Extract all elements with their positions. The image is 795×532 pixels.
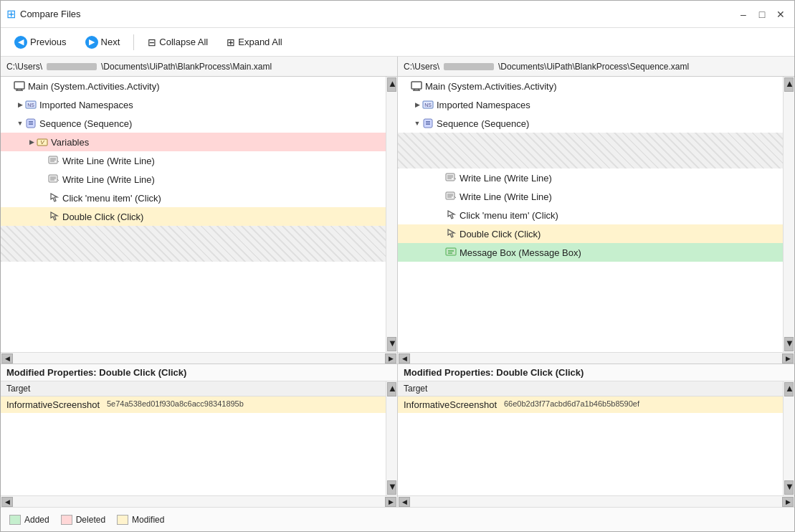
left-tree-area[interactable]: Main (System.Activities.Activity)▶NSImpo… [1, 77, 386, 352]
svg-rect-6 [27, 119, 35, 128]
tree-item-r8[interactable]: Double Click (Click) [398, 224, 783, 243]
tree-item-r4[interactable] [398, 133, 783, 168]
expand-arrow-l5 [38, 156, 48, 166]
bottom-left-hscrollbar[interactable]: ◀ ▶ [1, 495, 397, 507]
left-file-suffix: \Documents\UiPath\BlankProcess\Main.xaml [101, 62, 272, 72]
expand-arrow-r3[interactable]: ▼ [412, 118, 422, 128]
item-label-l2: Imported Namespaces [39, 100, 133, 110]
expand-arrow-l4[interactable]: ▶ [27, 137, 37, 147]
next-icon: ▶ [85, 36, 98, 49]
tree-item-l1[interactable]: Main (System.Activities.Activity) [1, 77, 386, 95]
right-vscroll-down[interactable]: ▼ [784, 337, 794, 351]
item-icon-l8 [48, 211, 59, 222]
item-label-r3: Sequence (Sequence) [437, 118, 529, 129]
bottom-left-prop-name: InformativeScreenshot [6, 399, 107, 410]
close-button[interactable]: ✕ [773, 6, 789, 22]
bottom-left-name: Double Click (Click) [99, 367, 186, 378]
item-label-r1: Main (System.Activities.Activity) [425, 81, 556, 92]
item-icon-r6 [445, 191, 457, 202]
deleted-color-box [61, 515, 72, 525]
tree-panes: Main (System.Activities.Activity)▶NSImpo… [1, 77, 794, 507]
left-hscrollbar[interactable]: ◀ ▶ [1, 352, 397, 364]
left-tree-pane: Main (System.Activities.Activity)▶NSImpo… [1, 77, 398, 364]
tree-item-r1[interactable]: Main (System.Activities.Activity) [398, 77, 783, 95]
right-vscroll-up[interactable]: ▲ [784, 77, 794, 92]
item-label-r9: Message Box (Message Box) [460, 247, 581, 258]
bottom-right-hscrollbar[interactable]: ◀ ▶ [398, 495, 794, 507]
left-vscroll-up[interactable]: ▲ [387, 77, 396, 92]
bottom-left-bold: Modified Properties: [6, 367, 97, 378]
right-hscroll-right[interactable]: ▶ [782, 353, 794, 364]
tree-item-l3[interactable]: ▼Sequence (Sequence) [1, 114, 386, 133]
previous-icon: ◀ [14, 36, 27, 49]
tree-item-r6[interactable]: Write Line (Write Line) [398, 187, 783, 206]
br-vscroll-up[interactable]: ▲ [784, 382, 794, 396]
maximize-button[interactable]: □ [754, 6, 770, 22]
item-icon-l4: V [37, 136, 48, 148]
bottom-right-header: Modified Properties: Double Click (Click… [398, 364, 794, 381]
br-hscroll-left[interactable]: ◀ [399, 497, 410, 507]
item-icon-r9 [445, 247, 457, 258]
br-hscroll-right[interactable]: ▶ [782, 497, 794, 507]
previous-button[interactable]: ◀ Previous [6, 32, 75, 52]
right-tree-vscrollbar[interactable]: ▲ ▼ [783, 77, 794, 352]
left-hscroll-left[interactable]: ◀ [1, 353, 13, 364]
expand-all-button[interactable]: ⊞ Expand All [219, 33, 290, 52]
legend-modified-label: Modified [132, 515, 164, 525]
bl-hscroll-right[interactable]: ▶ [385, 497, 396, 507]
item-icon-l3 [25, 118, 37, 129]
left-tree: Main (System.Activities.Activity)▶NSImpo… [1, 77, 386, 262]
right-tree-area[interactable]: Main (System.Activities.Activity)▶NSImpo… [398, 77, 783, 352]
expand-arrow-r7 [435, 210, 445, 220]
item-label-l7: Click 'menu item' (Click) [62, 193, 161, 204]
bottom-right-table: Target InformativeScreenshot 66e0b2d3f77… [398, 381, 783, 495]
br-vscroll-down[interactable]: ▼ [784, 480, 794, 495]
tree-item-l2[interactable]: ▶NSImported Namespaces [1, 95, 386, 114]
svg-text:NS: NS [424, 103, 432, 108]
tree-item-r2[interactable]: ▶NSImported Namespaces [398, 95, 783, 114]
expand-arrow-l3[interactable]: ▼ [15, 118, 25, 128]
item-icon-l7 [48, 192, 59, 204]
collapse-all-button[interactable]: ⊟ Collapse All [140, 33, 216, 52]
left-vscroll-down[interactable]: ▼ [387, 337, 396, 351]
svg-rect-0 [14, 82, 24, 89]
bottom-right-scroll-area: Target InformativeScreenshot 66e0b2d3f77… [398, 381, 794, 495]
bl-hscroll-left[interactable]: ◀ [1, 497, 13, 507]
bottom-right-name: Double Click (Click) [496, 367, 584, 378]
svg-rect-21 [411, 82, 422, 89]
right-hscrollbar[interactable]: ◀ ▶ [398, 352, 794, 364]
tree-item-l4[interactable]: ▶VVariables [1, 133, 386, 151]
item-label-r5: Write Line (Write Line) [460, 173, 552, 184]
tree-item-r5[interactable]: Write Line (Write Line) [398, 168, 783, 187]
legend-added-label: Added [24, 515, 49, 525]
next-button[interactable]: ▶ Next [77, 32, 128, 52]
expand-arrow-l7 [38, 193, 48, 203]
tree-item-l6[interactable]: Write Line (Write Line) [1, 170, 386, 189]
bottom-left-col-header: Target [1, 381, 386, 396]
tree-item-r9[interactable]: Message Box (Message Box) [398, 243, 783, 262]
tree-item-l8[interactable]: Double Click (Click) [1, 207, 386, 226]
tree-item-l7[interactable]: Click 'menu item' (Click) [1, 189, 386, 207]
item-label-r2: Imported Namespaces [437, 100, 530, 110]
right-hscroll-left[interactable]: ◀ [399, 353, 410, 364]
tree-item-l5[interactable]: Write Line (Write Line) [1, 151, 386, 170]
bottom-right-col-header: Target [398, 381, 783, 396]
item-label-l5: Write Line (Write Line) [62, 156, 155, 166]
app-icon: ⊞ [6, 7, 16, 21]
item-icon-r5 [445, 172, 457, 184]
minimize-button[interactable]: – [736, 6, 751, 22]
expand-arrow-l2[interactable]: ▶ [15, 100, 25, 110]
item-icon-r1 [411, 80, 422, 92]
tree-item-r3[interactable]: ▼Sequence (Sequence) [398, 114, 783, 133]
bl-vscroll-down[interactable]: ▼ [387, 480, 396, 495]
bottom-left-vscrollbar[interactable]: ▲ ▼ [386, 381, 397, 495]
expand-arrow-r2[interactable]: ▶ [412, 100, 422, 110]
bl-vscroll-up[interactable]: ▲ [387, 382, 396, 396]
left-tree-vscrollbar[interactable]: ▲ ▼ [386, 77, 397, 352]
left-hscroll-right[interactable]: ▶ [385, 353, 396, 364]
previous-label: Previous [30, 37, 67, 47]
tree-item-l9[interactable] [1, 226, 386, 262]
tree-item-r7[interactable]: Click 'menu item' (Click) [398, 206, 783, 224]
bottom-left-table: Target InformativeScreenshot 5e74a538ed0… [1, 381, 386, 495]
bottom-right-vscrollbar[interactable]: ▲ ▼ [783, 381, 794, 495]
